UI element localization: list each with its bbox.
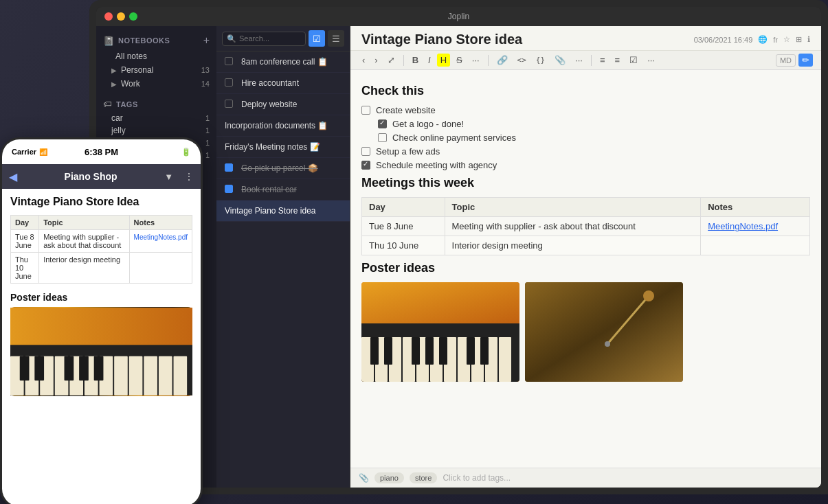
svg-rect-13 bbox=[370, 337, 379, 365]
tag-badge-store[interactable]: store bbox=[410, 472, 437, 483]
table-cell-day-1: Tue 8 June bbox=[362, 217, 445, 236]
phone-cell-topic-2: Interior design meeting bbox=[39, 253, 129, 284]
check-box-ads[interactable] bbox=[361, 147, 370, 156]
svg-rect-38 bbox=[159, 356, 172, 396]
toolbar-forward-btn[interactable]: › bbox=[371, 54, 381, 67]
check-box-payment[interactable] bbox=[378, 133, 387, 142]
note-item-7[interactable]: Book rental car bbox=[216, 179, 350, 201]
toolbar-italic-btn[interactable]: I bbox=[425, 54, 434, 67]
add-notebook-button[interactable]: + bbox=[203, 34, 210, 47]
search-box[interactable]: 🔍 bbox=[222, 32, 306, 46]
svg-rect-39 bbox=[174, 356, 188, 396]
wifi-icon: 📶 bbox=[39, 148, 47, 156]
table-col-notes: Notes bbox=[701, 198, 810, 217]
tag-car[interactable]: car 1 bbox=[96, 112, 216, 124]
note-checkbox-7 bbox=[225, 185, 233, 193]
toolbar-code-inline-btn[interactable]: <> bbox=[514, 54, 530, 66]
svg-rect-42 bbox=[65, 356, 74, 380]
add-tag-btn[interactable]: Click to add tags... bbox=[443, 473, 511, 483]
minimize-button[interactable] bbox=[117, 12, 125, 21]
note-list: 🔍 ☑ ☰ 8am conference call 📋 bbox=[216, 26, 350, 488]
svg-rect-36 bbox=[129, 356, 143, 396]
personal-label: Personal bbox=[121, 65, 153, 75]
check-label-meeting: Schedule meeting with agency bbox=[376, 160, 497, 170]
tags-label: TAGS bbox=[116, 100, 138, 108]
toolbar-more3-btn[interactable]: ··· bbox=[644, 54, 658, 67]
note-item-3[interactable]: Deploy website bbox=[216, 94, 350, 115]
note-title-1: 8am conference call 📋 bbox=[241, 57, 328, 67]
notebooks-section-header: 📓 NOTEBOOKS + bbox=[96, 32, 216, 49]
toolbar-bold-btn[interactable]: B bbox=[409, 54, 422, 67]
toolbar-strike-btn[interactable]: S bbox=[453, 54, 466, 67]
note-item-6[interactable]: Go pick up parcel 📦 bbox=[216, 158, 350, 179]
phone-note-title: Vintage Piano Store Idea bbox=[10, 196, 192, 208]
toolbar-more2-btn[interactable]: ··· bbox=[572, 54, 586, 67]
phone-table-row-1: Tue 8June Meeting with supplier - ask ab… bbox=[11, 230, 192, 253]
note-item-4[interactable]: Incorporation documents 📋 bbox=[216, 115, 350, 137]
toolbar-code-block-btn[interactable]: {} bbox=[533, 54, 548, 66]
svg-rect-19 bbox=[480, 337, 489, 365]
tag-car-count: 1 bbox=[205, 114, 210, 122]
check-item-logo: Get a logo - done! bbox=[378, 119, 810, 129]
toolbar-more1-btn[interactable]: ··· bbox=[469, 54, 483, 67]
note-title-2: Hire accountant bbox=[241, 78, 299, 88]
phone-meeting-link[interactable]: MeetingNotes.pdf bbox=[134, 233, 188, 241]
toolbar-attach-btn[interactable]: 📎 bbox=[551, 54, 569, 67]
svg-rect-16 bbox=[425, 337, 434, 365]
check-box-create-website[interactable] bbox=[361, 106, 370, 115]
search-input[interactable] bbox=[239, 34, 301, 43]
toolbar-list-bullet-btn[interactable]: ≡ bbox=[596, 54, 609, 67]
toolbar-list-num-btn[interactable]: ≡ bbox=[612, 54, 624, 67]
check-box-meeting[interactable] bbox=[361, 161, 370, 170]
section-heading-2: Meetings this week bbox=[361, 176, 810, 190]
phone-content: Vintage Piano Store Idea Day Topic Notes… bbox=[2, 189, 201, 504]
note-item-5[interactable]: Friday's Meeting notes 📝 bbox=[216, 137, 350, 158]
toolbar-list-check-btn[interactable]: ☑ bbox=[626, 54, 641, 67]
check-item-create-website: Create website bbox=[361, 105, 810, 115]
check-box-logo[interactable] bbox=[378, 119, 387, 128]
phone-table-row-2: Thu 10June Interior design meeting bbox=[11, 253, 192, 284]
note-title-6: Go pick up parcel 📦 bbox=[241, 163, 318, 173]
toolbar-external-btn[interactable]: ⤢ bbox=[384, 54, 399, 67]
meeting-notes-link[interactable]: MeetingNotes.pdf bbox=[708, 221, 778, 231]
editor-toolbar: ‹ › ⤢ B I H S ··· 🔗 <> {} 📎 ··· ≡ bbox=[350, 51, 821, 70]
note-item-2[interactable]: Hire accountant bbox=[216, 73, 350, 94]
toolbar-highlight-btn[interactable]: H bbox=[437, 54, 450, 67]
note-item-8[interactable]: Vintage Piano Store idea bbox=[216, 201, 350, 222]
phone-menu-button[interactable]: ⋮ bbox=[184, 171, 194, 182]
check-item-meeting: Schedule meeting with agency bbox=[361, 160, 810, 170]
svg-rect-22 bbox=[525, 282, 683, 382]
note-list-toolbar: 🔍 ☑ ☰ bbox=[216, 26, 350, 51]
note-list-view-toggle[interactable]: ☑ bbox=[309, 30, 325, 47]
toolbar-back-btn[interactable]: ‹ bbox=[359, 54, 368, 67]
toolbar-sep-1 bbox=[403, 55, 404, 66]
maximize-button[interactable] bbox=[129, 12, 137, 21]
piano-keys-svg-1 bbox=[361, 282, 519, 382]
toolbar-link-btn[interactable]: 🔗 bbox=[493, 54, 511, 67]
phone-back-button[interactable]: ◀ bbox=[9, 170, 17, 183]
phone-cell-topic-1: Meeting with supplier - ask about that d… bbox=[39, 230, 129, 253]
toolbar-md-btn[interactable]: MD bbox=[776, 54, 796, 67]
phone-col-notes: Notes bbox=[129, 216, 192, 230]
sidebar-item-work[interactable]: ▶ Work 14 bbox=[96, 77, 216, 91]
phone-nav-bar: ◀ Piano Shop ▼ ⋮ bbox=[2, 164, 201, 189]
toolbar-edit-btn[interactable]: ✏ bbox=[798, 54, 813, 67]
phone-filter-icon[interactable]: ▼ bbox=[164, 172, 173, 182]
sidebar-item-all-notes[interactable]: All notes bbox=[96, 49, 216, 63]
note-checkbox-6 bbox=[225, 163, 233, 172]
note-list-sort-btn[interactable]: ☰ bbox=[328, 30, 344, 47]
svg-rect-17 bbox=[439, 337, 447, 365]
note-item-1[interactable]: 8am conference call 📋 bbox=[216, 51, 350, 73]
phone-status-bar: Carrier 📶 6:38 PM 🔋 bbox=[2, 139, 201, 164]
table-row-2: Thu 10 June Interior design meeting bbox=[362, 236, 810, 255]
sidebar-item-personal[interactable]: ▶ Personal 13 bbox=[96, 63, 216, 77]
personal-arrow-icon: ▶ bbox=[111, 67, 117, 74]
svg-rect-44 bbox=[94, 356, 104, 380]
tag-jelly[interactable]: jelly 1 bbox=[96, 124, 216, 137]
phone-col-day: Day bbox=[11, 216, 39, 230]
close-button[interactable] bbox=[104, 12, 113, 21]
note-title-5: Friday's Meeting notes 📝 bbox=[225, 142, 320, 152]
battery-icon: 🔋 bbox=[181, 148, 191, 157]
check-label-create-website: Create website bbox=[376, 105, 436, 115]
tag-badge-piano[interactable]: piano bbox=[374, 472, 404, 483]
